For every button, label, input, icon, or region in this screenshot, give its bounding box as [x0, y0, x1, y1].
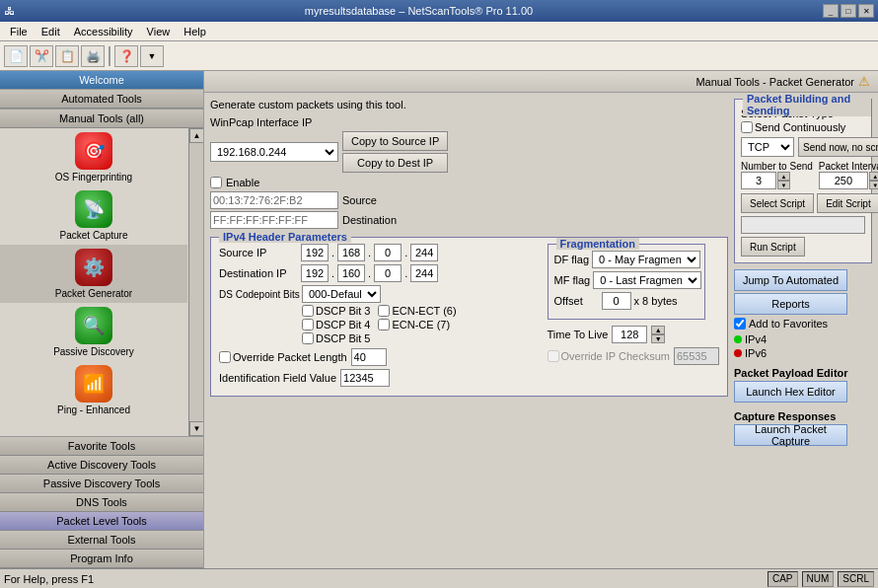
winpcap-select[interactable]: 192.168.0.244: [210, 142, 338, 162]
jump-to-automated-button[interactable]: Jump To Automated: [734, 269, 847, 291]
dot2: .: [368, 247, 371, 258]
sidebar-automated-tools[interactable]: Automated Tools: [0, 89, 203, 109]
sidebar-program-info[interactable]: Program Info: [0, 550, 203, 568]
packet-interval-input[interactable]: [819, 172, 868, 189]
source-ip-1[interactable]: [301, 244, 329, 261]
sidebar-packet-level[interactable]: Packet Level Tools: [0, 512, 203, 531]
offset-input[interactable]: [602, 292, 631, 310]
sidebar-tool-os-fingerprinting[interactable]: 🎯 OS Fingerprinting: [0, 128, 187, 186]
override-length-input[interactable]: [351, 348, 387, 366]
ttl-input[interactable]: [612, 326, 647, 343]
df-flag-select[interactable]: 0 - May Fragment 1 - Don't Fragment: [592, 251, 700, 268]
enable-checkbox[interactable]: [210, 177, 222, 188]
source-label: Source: [342, 194, 377, 206]
override-checksum-label: Override IP Checksum: [548, 350, 670, 362]
identification-input[interactable]: [340, 369, 390, 387]
os-fingerprinting-label: OS Fingerprinting: [55, 172, 132, 183]
sidebar-dns-tools[interactable]: DNS Tools: [0, 493, 203, 512]
passive-discovery-label: Passive Discovery: [53, 346, 134, 357]
toolbar-new[interactable]: 📄: [4, 45, 28, 67]
ipv4-header-section: IPv4 Header Parameters Source IP . .: [210, 237, 728, 397]
sidebar-scroll-up[interactable]: ▲: [189, 128, 203, 143]
dscp-select[interactable]: 000-Default: [302, 285, 381, 303]
menu-view[interactable]: View: [141, 25, 177, 38]
ttl-up-button[interactable]: ▲: [651, 326, 665, 334]
edit-script-button[interactable]: Edit Script: [817, 193, 878, 213]
toolbar-cut[interactable]: ✂️: [30, 45, 53, 67]
minimize-button[interactable]: _: [823, 4, 839, 18]
status-help-text: For Help, press F1: [4, 573, 94, 585]
status-bar: For Help, press F1 CAP NUM SCRL: [0, 568, 878, 588]
big-right: Packet Building and Sending Select Packe…: [734, 99, 872, 446]
toolbar-copy-tb[interactable]: 📋: [55, 45, 79, 67]
sidebar-manual-tools[interactable]: Manual Tools (all): [0, 109, 203, 128]
sidebar-tool-passive-discovery[interactable]: 🔍 Passive Discovery: [0, 303, 187, 361]
toolbar-extra[interactable]: ▼: [140, 45, 164, 67]
send-continuously-checkbox[interactable]: [741, 121, 753, 133]
packet-payload-section: Packet Payload Editor Launch Hex Editor: [734, 367, 872, 403]
packet-type-select[interactable]: TCPUDPICMP: [741, 137, 794, 157]
menu-help[interactable]: Help: [178, 25, 212, 38]
sidebar-tool-packet-capture[interactable]: 📡 Packet Capture: [0, 186, 187, 245]
script-path-input[interactable]: [741, 216, 865, 234]
ecn-ect6-label: ECN-ECT (6): [378, 305, 456, 317]
sidebar-external-tools[interactable]: External Tools: [0, 531, 203, 550]
source-ip-3[interactable]: [374, 244, 402, 261]
source-ip-4[interactable]: [410, 244, 438, 261]
dest-ip-1[interactable]: [301, 264, 329, 282]
mf-flag-select[interactable]: 0 - Last Fragment 1 - More Fragments: [593, 271, 701, 289]
override-length-checkbox[interactable]: [219, 351, 231, 363]
maximize-button[interactable]: □: [841, 4, 856, 18]
menu-edit[interactable]: Edit: [36, 25, 66, 38]
dest-ip-label: Destination IP: [219, 267, 298, 279]
dest-ip-3[interactable]: [374, 264, 402, 282]
interval-up-button[interactable]: ▲: [869, 172, 878, 181]
reports-button[interactable]: Reports: [734, 293, 847, 315]
sidebar-tool-packet-generator[interactable]: ⚙️ Packet Generator: [0, 245, 187, 303]
sidebar-scroll-down[interactable]: ▼: [189, 421, 203, 436]
sidebar-favorite-tools[interactable]: Favorite Tools: [0, 437, 203, 456]
dscp-bit4-checkbox[interactable]: [302, 319, 314, 331]
info-icon[interactable]: ⚠: [858, 74, 870, 89]
menu-accessibility[interactable]: Accessibility: [68, 25, 139, 38]
title-bar-controls[interactable]: _ □ ✕: [823, 4, 874, 18]
launch-packet-capture-button[interactable]: Launch Packet Capture: [734, 424, 847, 446]
packet-generator-label: Packet Generator: [55, 288, 132, 299]
ttl-down-button[interactable]: ▼: [651, 334, 665, 343]
sidebar-welcome[interactable]: Welcome: [0, 71, 203, 89]
winpcap-interface-row: 192.168.0.244 Copy to Source IP Copy to …: [210, 131, 728, 173]
source-ip-2[interactable]: [337, 244, 365, 261]
copy-dest-ip-button[interactable]: Copy to Dest IP: [342, 153, 448, 173]
override-length-label: Override Packet Length: [219, 351, 347, 363]
launch-hex-editor-button[interactable]: Launch Hex Editor: [734, 381, 847, 403]
close-button[interactable]: ✕: [858, 4, 874, 18]
override-checksum-checkbox[interactable]: [548, 350, 559, 362]
dscp-bit5-checkbox[interactable]: [302, 332, 314, 344]
num-up-button[interactable]: ▲: [777, 172, 790, 181]
menu-file[interactable]: File: [4, 25, 34, 38]
number-to-send-input[interactable]: [741, 172, 776, 189]
dest-ip-2[interactable]: [337, 264, 365, 282]
toolbar-print[interactable]: 🖨️: [81, 45, 105, 67]
ecn-ce7-checkbox[interactable]: [378, 319, 390, 331]
sidebar-passive-discovery[interactable]: Passive Discovery Tools: [0, 475, 203, 493]
source-mac-input[interactable]: [210, 191, 338, 209]
identification-row: Identification Field Value: [219, 369, 540, 387]
interval-down-button[interactable]: ▼: [869, 181, 878, 189]
run-script-button[interactable]: Run Script: [741, 237, 805, 257]
dest-mac-input[interactable]: [210, 211, 338, 229]
ecn-ect6-checkbox[interactable]: [378, 305, 390, 317]
dscp-bit3-checkbox[interactable]: [302, 305, 314, 317]
send-now-button[interactable]: Send now, no scripting: [798, 137, 878, 157]
sidebar-bottom: Favorite Tools Active Discovery Tools Pa…: [0, 436, 203, 568]
sidebar-active-discovery[interactable]: Active Discovery Tools: [0, 456, 203, 475]
select-script-button[interactable]: Select Script: [741, 193, 814, 213]
add-favorites-checkbox[interactable]: [734, 318, 746, 330]
sidebar-tool-ping-enhanced[interactable]: 📶 Ping - Enhanced: [0, 361, 187, 419]
title-bar: 🖧 myresultsdatabase – NetScanTools® Pro …: [0, 0, 878, 22]
dscp-row: DS Codepoint Bits 0-2 000-Default: [219, 285, 540, 303]
dest-ip-4[interactable]: [410, 264, 438, 282]
copy-source-ip-button[interactable]: Copy to Source IP: [342, 131, 448, 151]
toolbar-help[interactable]: ❓: [114, 45, 138, 67]
num-down-button[interactable]: ▼: [777, 181, 790, 189]
